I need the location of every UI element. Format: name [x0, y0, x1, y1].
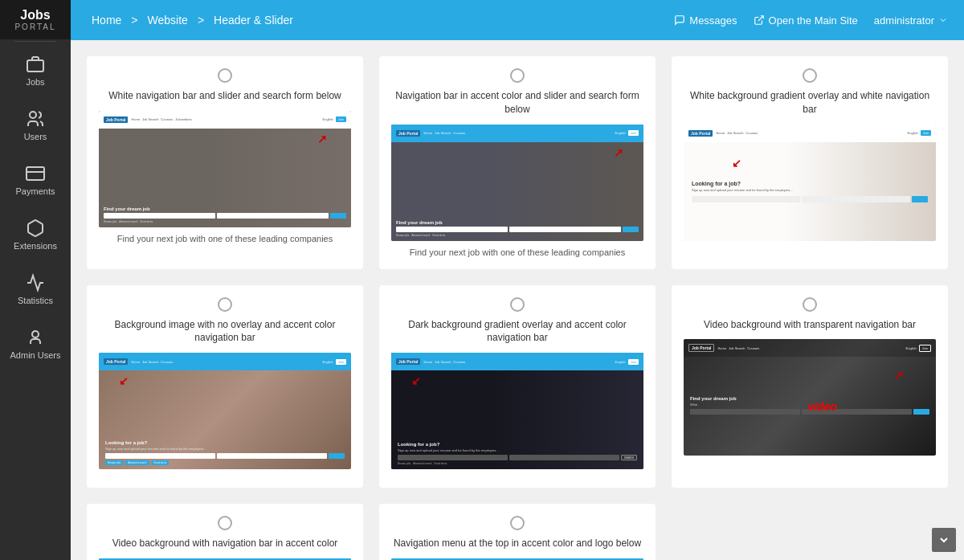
preview-arrow-5: ↙	[411, 374, 421, 387]
scroll-down-button[interactable]	[932, 528, 956, 552]
option-card-7: Video background with navigation bar in …	[87, 504, 363, 560]
option-card-5: Dark background gradient overlay and acc…	[379, 285, 656, 488]
preview-logo-4: Job Portal	[104, 358, 128, 365]
option-label-2: Navigation bar in accent color and slide…	[391, 89, 643, 116]
preview-logo-2: Job Portal	[396, 130, 420, 137]
sidebar-item-payments-label: Payments	[16, 186, 55, 196]
svg-point-1	[30, 112, 36, 118]
option-preview-3: Job Portal Home Job Search Courses Engli…	[684, 125, 936, 241]
topbar: Home > Website > Header & Slider Message…	[71, 0, 964, 40]
option-radio-2[interactable]	[510, 68, 525, 83]
sidebar-item-statistics[interactable]: Statistics	[0, 262, 71, 317]
option-label-5: Dark background gradient overlay and acc…	[391, 318, 643, 345]
option-card-4: Background image with no overlay and acc…	[87, 285, 363, 488]
sidebar-item-extensions-label: Extensions	[14, 241, 57, 251]
sidebar-item-statistics-label: Statistics	[18, 296, 53, 305]
sidebar-item-extensions[interactable]: Extensions	[0, 207, 71, 262]
messages-button[interactable]: Messages	[674, 14, 737, 27]
sidebar-item-jobs-label: Jobs	[26, 77, 44, 87]
app-subtitle: PORTAL	[14, 22, 55, 31]
admin-icon	[26, 328, 45, 347]
option-radio-8[interactable]	[510, 516, 525, 530]
preview-nav-5: Job Portal Home Job Search Courses Engli…	[391, 353, 643, 370]
option-radio-1[interactable]	[218, 68, 232, 83]
svg-rect-2	[27, 167, 44, 180]
video-label-6: video	[807, 400, 837, 413]
sidebar-item-jobs[interactable]: Jobs	[0, 43, 71, 98]
users-icon	[26, 109, 45, 129]
option-card-8: Navigation menu at the top in accent col…	[379, 504, 656, 560]
option-preview-4: Job Portal Home Job Search Courses Engli…	[99, 353, 351, 469]
chevron-down-icon	[938, 15, 948, 25]
svg-point-4	[32, 331, 39, 337]
topbar-right: Messages Open the Main Site administrato…	[674, 14, 948, 27]
option-label-4: Background image with no overlay and acc…	[99, 318, 351, 345]
option-radio-3[interactable]	[803, 68, 817, 83]
sidebar-item-admin-users[interactable]: Admin Users	[0, 317, 71, 371]
options-grid: White navigation bar and slider and sear…	[87, 56, 948, 560]
open-main-site-button[interactable]: Open the Main Site	[754, 14, 858, 27]
preview-arrow-4: ↙	[119, 374, 129, 387]
preview-arrow-1: ↗	[317, 133, 327, 145]
scroll-area[interactable]: White navigation bar and slider and sear…	[71, 40, 964, 560]
option-label-3: White background gradient overlay and wh…	[684, 89, 936, 116]
preview-logo-6: Job Portal	[688, 344, 714, 352]
message-icon	[674, 14, 685, 26]
preview-logo-5: Job Portal	[396, 358, 420, 365]
option-preview-2: Job Portal Home Job Search Courses Engli…	[391, 125, 643, 241]
option-preview-5: Job Portal Home Job Search Courses Engli…	[391, 353, 643, 469]
statistics-icon	[26, 273, 45, 292]
preview-arrow-3: ↙	[732, 157, 741, 170]
open-main-site-label: Open the Main Site	[769, 14, 858, 27]
option-preview-6: Job Portal Home Job Search Courses Engli…	[684, 339, 936, 456]
breadcrumb-current: Header & Slider	[214, 14, 293, 27]
option-caption-1: Find your next job with one of these lea…	[117, 234, 333, 243]
option-preview-1: Job Portal Home Job Search Courses Jobse…	[99, 111, 351, 227]
sidebar-item-users-label: Users	[24, 132, 47, 141]
option-radio-7[interactable]	[218, 516, 232, 530]
breadcrumb-sep1: >	[131, 14, 137, 27]
breadcrumb: Home > Website > Header & Slider	[87, 14, 298, 27]
preview-nav-3: Job Portal Home Job Search Courses Engli…	[684, 125, 936, 142]
option-radio-6[interactable]	[803, 297, 817, 312]
external-link-icon	[754, 14, 765, 26]
admin-menu-button[interactable]: administrator	[874, 14, 948, 27]
briefcase-icon	[26, 55, 45, 74]
sidebar-logo: Jobs PORTAL	[0, 0, 71, 39]
preview-nav-2: Job Portal Home Job Search Courses Engli…	[391, 125, 643, 142]
preview-links-1: Home Job Search Courses Jobseekers	[131, 117, 191, 121]
option-card-3: White background gradient overlay and wh…	[672, 56, 948, 269]
option-radio-4[interactable]	[218, 297, 232, 312]
main-content: Home > Website > Header & Slider Message…	[71, 0, 964, 560]
sidebar-item-payments[interactable]: Payments	[0, 153, 71, 207]
preview-logo-3: Job Portal	[688, 130, 713, 137]
option-caption-2: Find your next job with one of these lea…	[410, 247, 625, 257]
option-radio-5[interactable]	[510, 297, 525, 312]
sidebar-divider-1	[14, 41, 57, 42]
preview-nav-1: Job Portal Home Job Search Courses Jobse…	[99, 111, 351, 129]
svg-line-5	[758, 16, 762, 21]
sidebar-item-admin-users-label: Admin Users	[10, 350, 61, 360]
app-title: Jobs	[20, 8, 50, 22]
option-label-8: Navigation menu at the top in accent col…	[394, 537, 641, 550]
preview-nav-4: Job Portal Home Job Search Courses Engli…	[99, 353, 351, 370]
sidebar-item-users[interactable]: Users	[0, 98, 71, 153]
breadcrumb-website[interactable]: Website	[148, 14, 188, 27]
extensions-icon	[26, 219, 45, 238]
option-card-1: White navigation bar and slider and sear…	[87, 56, 363, 269]
svg-rect-0	[27, 60, 43, 72]
admin-label: administrator	[874, 14, 934, 27]
preview-nav-6: Job Portal Home Job Search Courses Engli…	[684, 339, 936, 357]
preview-arrow-6: ↗	[894, 369, 904, 382]
option-card-6: Video background with transparent naviga…	[672, 285, 948, 488]
option-label-7: Video background with navigation bar in …	[112, 537, 338, 550]
breadcrumb-sep2: >	[198, 14, 204, 27]
sidebar: Jobs PORTAL Jobs Users Payments Extensio…	[0, 0, 71, 560]
chevron-down-icon-scroll	[937, 533, 950, 546]
breadcrumb-home[interactable]: Home	[92, 14, 121, 27]
preview-arrow-2: ↗	[614, 146, 623, 159]
option-card-2: Navigation bar in accent color and slide…	[379, 56, 656, 269]
preview-logo-1: Job Portal	[104, 116, 128, 123]
messages-label: Messages	[689, 14, 737, 27]
option-label-1: White navigation bar and slider and sear…	[108, 89, 341, 103]
